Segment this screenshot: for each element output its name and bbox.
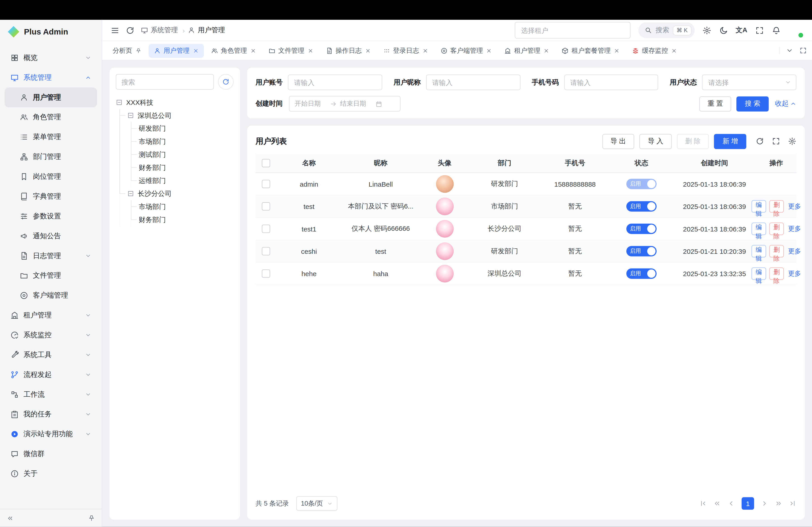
- language-switch-icon[interactable]: 文A: [736, 26, 748, 35]
- tab-list-dropdown-icon[interactable]: [786, 47, 793, 54]
- tree-node[interactable]: 测试部门: [139, 148, 234, 161]
- sidebar-item[interactable]: 流程发起: [5, 365, 97, 385]
- sidebar-item[interactable]: 我的任务: [5, 404, 97, 424]
- add-button[interactable]: 新 增: [714, 134, 746, 149]
- prev-page-icon[interactable]: [727, 500, 735, 507]
- tree-node[interactable]: 研发部门: [139, 122, 234, 135]
- sidebar-item[interactable]: 字典管理: [5, 187, 97, 207]
- tab[interactable]: 客户端管理: [435, 44, 497, 58]
- sidebar-item[interactable]: 文件管理: [5, 266, 97, 286]
- more-button[interactable]: 更多: [788, 247, 801, 256]
- column-settings-icon[interactable]: [788, 137, 796, 146]
- global-search[interactable]: 搜索 ⌘ K: [639, 22, 695, 38]
- collapse-node-icon[interactable]: [127, 112, 134, 119]
- delete-button[interactable]: 删 除: [677, 134, 709, 149]
- settings-icon[interactable]: [702, 26, 711, 34]
- delete-row-button[interactable]: 删 除: [769, 200, 784, 213]
- status-switch[interactable]: 启用: [626, 201, 656, 211]
- sidebar-item[interactable]: 参数设置: [5, 207, 97, 226]
- jump-back-icon[interactable]: [713, 500, 721, 507]
- collapse-filter-link[interactable]: 收起: [775, 99, 796, 108]
- filter-input[interactable]: [707, 78, 782, 87]
- tree-node[interactable]: 深圳总公司: [127, 109, 234, 122]
- collapse-node-icon[interactable]: [116, 99, 122, 106]
- tree-node[interactable]: 财务部门: [139, 213, 234, 226]
- reset-button[interactable]: 重 置: [699, 96, 731, 111]
- sidebar-item[interactable]: 用户管理: [5, 88, 97, 107]
- tree-node[interactable]: 长沙分公司: [127, 187, 234, 200]
- refresh-page-icon[interactable]: [126, 26, 134, 34]
- tree-refresh-button[interactable]: [218, 74, 233, 90]
- pin-sidebar-icon[interactable]: [88, 515, 95, 521]
- row-checkbox[interactable]: [262, 269, 270, 278]
- sidebar-item[interactable]: 租户管理: [5, 305, 97, 325]
- tree-node[interactable]: 市场部门: [139, 135, 234, 148]
- tree-node[interactable]: 市场部门: [139, 200, 234, 213]
- search-button[interactable]: 搜 索: [737, 96, 769, 111]
- delete-row-button[interactable]: 删 除: [769, 223, 784, 235]
- status-switch[interactable]: 启用: [626, 179, 656, 189]
- import-button[interactable]: 导 入: [639, 134, 671, 149]
- close-tab-icon[interactable]: [614, 48, 619, 54]
- select-all-checkbox[interactable]: [262, 159, 270, 167]
- row-checkbox[interactable]: [262, 225, 270, 233]
- next-page-icon[interactable]: [761, 500, 768, 507]
- more-button[interactable]: 更多: [788, 269, 801, 278]
- row-checkbox[interactable]: [262, 180, 270, 188]
- end-date-input[interactable]: [339, 100, 374, 108]
- content-fullscreen-icon[interactable]: [800, 47, 807, 54]
- tab[interactable]: 租户管理: [499, 44, 554, 58]
- more-button[interactable]: 更多: [788, 224, 801, 233]
- sidebar-item[interactable]: 通知公告: [5, 226, 97, 246]
- tab[interactable]: 租户套餐管理: [556, 44, 625, 58]
- close-tab-icon[interactable]: [422, 48, 428, 54]
- sidebar-item[interactable]: 角色管理: [5, 107, 97, 127]
- close-tab-icon[interactable]: [365, 48, 371, 54]
- last-page-icon[interactable]: [789, 500, 796, 507]
- hamburger-menu-icon[interactable]: [111, 26, 119, 34]
- delete-row-button[interactable]: 删 除: [769, 267, 784, 280]
- edit-button[interactable]: 编 辑: [752, 245, 766, 257]
- more-button[interactable]: 更多: [788, 202, 801, 211]
- tree-node[interactable]: 运维部门: [139, 174, 234, 187]
- close-tab-icon[interactable]: [307, 48, 313, 54]
- first-page-icon[interactable]: [699, 500, 707, 507]
- date-range-picker[interactable]: [289, 96, 401, 111]
- edit-button[interactable]: 编 辑: [752, 267, 766, 280]
- collapse-node-icon[interactable]: [127, 190, 134, 197]
- fullscreen-icon[interactable]: [755, 26, 764, 34]
- jump-forward-icon[interactable]: [775, 500, 782, 507]
- row-checkbox[interactable]: [262, 202, 270, 211]
- tab[interactable]: 操作日志: [320, 44, 376, 58]
- sidebar-item[interactable]: 工作流: [5, 385, 97, 404]
- refresh-table-icon[interactable]: [756, 137, 764, 146]
- sidebar-item[interactable]: 系统管理: [5, 68, 97, 88]
- tab[interactable]: 缓存监控: [627, 44, 682, 58]
- table-fullscreen-icon[interactable]: [772, 137, 780, 146]
- export-button[interactable]: 导 出: [602, 134, 634, 149]
- tree-search-input[interactable]: [116, 74, 214, 90]
- close-tab-icon[interactable]: [486, 48, 492, 54]
- delete-row-button[interactable]: 删 除: [769, 245, 784, 257]
- filter-input[interactable]: [431, 78, 515, 87]
- sidebar-item[interactable]: 日志管理: [5, 246, 97, 266]
- edit-button[interactable]: 编 辑: [752, 223, 766, 235]
- edit-button[interactable]: 编 辑: [752, 200, 766, 213]
- close-tab-icon[interactable]: [671, 48, 677, 54]
- close-tab-icon[interactable]: [250, 48, 256, 54]
- user-avatar[interactable]: [788, 23, 804, 38]
- sidebar-item[interactable]: 关于: [5, 464, 97, 484]
- tab[interactable]: 文件管理: [263, 44, 318, 58]
- notifications-icon[interactable]: [772, 26, 781, 34]
- status-switch[interactable]: 启用: [626, 269, 656, 279]
- current-page[interactable]: 1: [742, 497, 754, 510]
- tab[interactable]: 登录日志: [378, 44, 433, 58]
- tab[interactable]: 分析页: [107, 44, 146, 58]
- sidebar-item[interactable]: 概览: [5, 48, 97, 68]
- tenant-select-input[interactable]: [515, 22, 630, 39]
- sidebar-item[interactable]: 系统监控: [5, 325, 97, 345]
- sidebar-item[interactable]: 部门管理: [5, 147, 97, 167]
- start-date-input[interactable]: [294, 100, 328, 108]
- row-checkbox[interactable]: [262, 247, 270, 255]
- dark-mode-icon[interactable]: [719, 26, 728, 34]
